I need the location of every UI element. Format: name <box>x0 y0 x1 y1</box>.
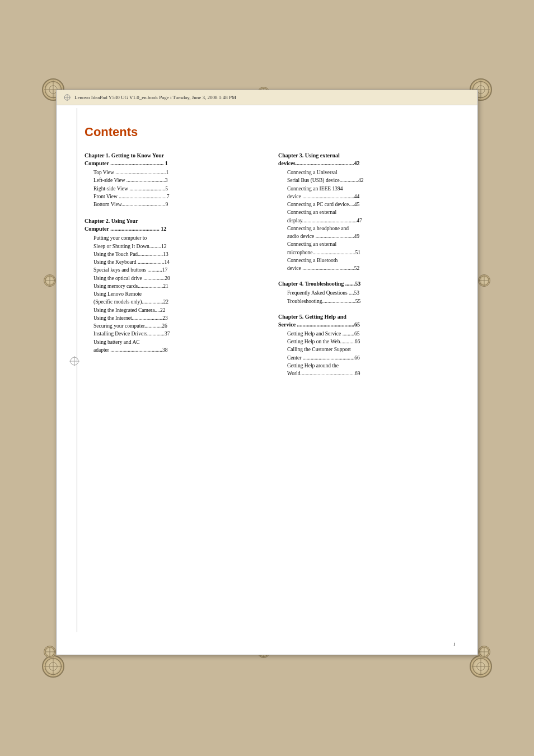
document-page: Lenovo IdeaPad Y530 UG V1.0_en.book Page… <box>56 90 478 655</box>
toc-entry: Putting your computer toSleep or Shuttin… <box>85 234 261 250</box>
toc-entry: Bottom View.............................… <box>85 200 261 208</box>
toc-entry: Front View .............................… <box>85 193 261 200</box>
toc-entry: Connecting an externalmicrophone........… <box>278 240 455 256</box>
toc-entry: Frequently Asked Questions ....53 <box>278 289 455 297</box>
toc-right-column: Chapter 3. Using externaldevices........… <box>278 152 455 377</box>
header-text: Lenovo IdeaPad Y530 UG V1.0_en.book Page… <box>74 95 236 100</box>
toc-entry: Securing your computer.............26 <box>85 322 261 330</box>
toc-entry: Using the Keyboard ....................1… <box>85 258 261 266</box>
toc-entry: Connecting a headphone andaudio device .… <box>278 225 455 241</box>
ornament-bot-mid-right <box>478 646 490 658</box>
header-crosshair-icon <box>63 94 71 101</box>
ornament-bot-mid-left <box>44 646 56 658</box>
ornament-mid-right <box>478 274 490 287</box>
toc-entry: Calling the Customer SupportCenter .....… <box>278 346 455 362</box>
toc-entry: Connecting a PC card device....45 <box>278 200 455 208</box>
toc-entry: Using battery and ACadapter ............… <box>85 338 261 354</box>
toc-entry: Top View ...............................… <box>85 169 261 176</box>
toc-entry: Getting Help on the Web...........66 <box>278 338 455 346</box>
toc-entry: Connecting an IEEE 1394device ..........… <box>278 185 455 201</box>
toc-entry: Using memory cards...................21 <box>85 282 261 290</box>
toc-entry: Using the optical drive ................… <box>85 274 261 282</box>
toc-left-column: Chapter 1. Getting to Know YourComputer … <box>85 152 261 377</box>
toc-entry: Using the Touch Pad...................13 <box>85 250 261 258</box>
ornament-bottom-right <box>470 655 492 678</box>
toc-entry: Connecting an externaldisplay...........… <box>278 208 455 225</box>
toc-columns: Chapter 1. Getting to Know YourComputer … <box>85 152 455 377</box>
toc-entry: Using Lenovo Remote(Specific models only… <box>85 290 261 306</box>
toc-content: Contents Chapter 1. Getting to Know Your… <box>57 108 477 655</box>
toc-entry: Special keys and buttons ...........17 <box>85 266 261 274</box>
chapter-4-heading: Chapter 4. Troubleshooting .......53 <box>278 280 455 288</box>
toc-entry: Using the Integrated Camera....22 <box>85 306 261 314</box>
chapter-3-heading: Chapter 3. Using externaldevices........… <box>278 152 455 167</box>
toc-entry: Right-side View ........................… <box>85 185 261 193</box>
chapter-2-heading: Chapter 2. Using YourComputer ..........… <box>85 217 261 233</box>
ornament-mid-left <box>44 274 56 287</box>
chapter-1-heading: Chapter 1. Getting to Know YourComputer … <box>85 152 261 167</box>
toc-entry: Connecting a UniversalSerial Bus (USB) d… <box>278 169 455 185</box>
toc-entry: Connecting a Bluetoothdevice ...........… <box>278 256 455 273</box>
toc-title: Contents <box>85 125 455 139</box>
toc-entry: Using the Internet......................… <box>85 314 261 322</box>
page-header: Lenovo IdeaPad Y530 UG V1.0_en.book Page… <box>57 90 477 105</box>
toc-entry: Installing Device Drivers.............37 <box>85 330 261 338</box>
toc-entry: Left-side View .........................… <box>85 176 261 184</box>
chapter-5-heading: Chapter 5. Getting Help andService .....… <box>278 313 455 329</box>
toc-entry: Troubleshooting.........................… <box>278 297 455 305</box>
toc-entry: Getting Help and Service .........65 <box>278 330 455 338</box>
page-number: i <box>453 641 455 647</box>
ornament-bottom-left <box>42 655 64 678</box>
toc-entry: Getting Help around theWorld............… <box>278 362 455 378</box>
